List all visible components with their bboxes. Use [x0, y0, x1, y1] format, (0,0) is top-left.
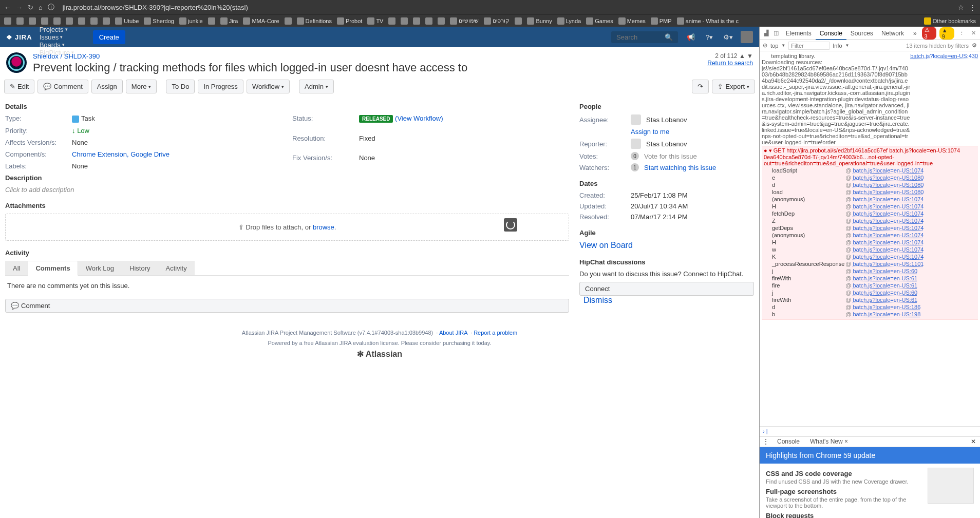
bookmark-item[interactable]: [89, 17, 99, 25]
share-button[interactable]: ↷: [692, 80, 709, 93]
devtools-tab-sources[interactable]: Sources: [846, 28, 877, 39]
browse-link[interactable]: browse: [313, 223, 334, 231]
tab-worklog[interactable]: Work Log: [78, 261, 122, 275]
hipchat-dismiss[interactable]: Dismiss: [583, 296, 612, 304]
stack-link[interactable]: batch.js?locale=en-US:1074: [853, 232, 924, 238]
add-comment-button[interactable]: 💬 Comment: [5, 299, 569, 313]
bookmark-item[interactable]: [412, 17, 421, 25]
export-button[interactable]: ⇪ Export ▾: [712, 80, 755, 93]
transition-todo[interactable]: To Do: [166, 80, 195, 93]
menu-icon[interactable]: ⋮: [969, 4, 976, 11]
assign-to-me[interactable]: Assign to me: [631, 128, 669, 136]
error-count[interactable]: ⚠ 3: [922, 27, 936, 40]
stack-link[interactable]: batch.js?locale=en-US:1074: [853, 246, 924, 253]
stack-link[interactable]: batch.js?locale=en-US:1080: [853, 182, 924, 188]
stack-link[interactable]: batch.js?locale=en-US:1080: [853, 189, 924, 195]
forward-icon[interactable]: →: [16, 4, 23, 11]
stack-link[interactable]: batch.js?locale=en-US:60: [853, 268, 917, 274]
level-selector[interactable]: Info: [833, 43, 842, 49]
bookmark-item[interactable]: Lynda: [556, 17, 582, 25]
nav-issues[interactable]: Issues ▾: [40, 33, 80, 41]
bookmark-item[interactable]: [52, 17, 62, 25]
bookmark-item[interactable]: TV: [366, 17, 384, 25]
pager-prev-icon[interactable]: ▲: [739, 52, 745, 60]
transition-inprogress[interactable]: In Progress: [198, 80, 243, 93]
settings-icon[interactable]: ⚙: [972, 42, 977, 49]
filter-input[interactable]: [788, 42, 830, 50]
devtools-menu-icon[interactable]: ⋮: [957, 30, 966, 36]
report-problem-link[interactable]: Report a problem: [474, 330, 517, 336]
return-to-search[interactable]: Return to search: [707, 60, 753, 67]
bookmark-item[interactable]: junkie: [178, 17, 204, 25]
bookmark-item[interactable]: Bunny: [526, 17, 553, 25]
stack-link[interactable]: batch.js?locale=en-US:61: [853, 282, 917, 289]
description-empty[interactable]: Click to add description: [5, 186, 569, 194]
clear-icon[interactable]: ⊘: [763, 42, 767, 49]
user-avatar[interactable]: [741, 31, 753, 43]
drawer-tab-console[interactable]: Console: [772, 436, 805, 447]
warning-count[interactable]: ▲ 9: [939, 27, 954, 40]
bookmark-item[interactable]: [207, 17, 216, 25]
stack-link[interactable]: batch.js?locale=en-US:1074: [853, 203, 924, 209]
devtools-tab-console[interactable]: Console: [816, 28, 846, 40]
bookmark-item[interactable]: קורסים: [483, 17, 511, 25]
help-icon[interactable]: ?▾: [704, 31, 715, 43]
stack-link[interactable]: batch.js?locale=en-US:1080: [853, 175, 924, 181]
bookmark-item[interactable]: Sherdog: [143, 17, 175, 25]
pager-next-icon[interactable]: ▼: [747, 52, 753, 60]
assign-button[interactable]: Assign: [91, 80, 123, 93]
star-icon[interactable]: ☆: [958, 4, 964, 11]
device-icon[interactable]: ◫: [771, 30, 780, 36]
stack-link[interactable]: batch.js?locale=en-US:60: [853, 290, 917, 296]
view-on-board[interactable]: View on Board: [579, 241, 633, 250]
devtools-more[interactable]: »: [909, 28, 921, 39]
components-link[interactable]: Chrome Extension, Google Drive: [72, 150, 169, 158]
admin-button[interactable]: Admin ▾: [299, 80, 334, 93]
url-bar[interactable]: jira.probot.ai/browse/SHLDX-390?jql=repo…: [60, 3, 953, 12]
bookmark-item[interactable]: [102, 17, 111, 25]
stack-link[interactable]: batch.js?locale=en-US:61: [853, 275, 917, 281]
about-link[interactable]: About JIRA: [439, 330, 467, 336]
bookmark-item[interactable]: [3, 17, 12, 25]
back-icon[interactable]: ←: [4, 4, 11, 11]
jira-logo[interactable]: ❖ JIRA: [6, 33, 32, 41]
stack-link[interactable]: batch.js?locale=en-US:1074: [853, 254, 924, 260]
bookmark-item[interactable]: שימושיים: [449, 17, 480, 25]
stack-link[interactable]: batch.js?locale=en-US:1074: [853, 218, 924, 224]
settings-icon[interactable]: ⚙▾: [722, 31, 733, 43]
tab-all[interactable]: All: [5, 261, 28, 275]
bookmark-item[interactable]: [437, 17, 446, 25]
bookmark-item[interactable]: anime - What is the c: [676, 17, 740, 25]
view-workflow-link[interactable]: (View Workflow): [395, 114, 443, 122]
stack-link[interactable]: batch.js?locale=en-US:1074: [853, 196, 924, 202]
nav-projects[interactable]: Projects ▾: [40, 27, 80, 33]
attachment-dropzone[interactable]: ⇪ Drop files to attach, or browse.: [5, 214, 569, 241]
bookmark-item[interactable]: [400, 17, 409, 25]
tab-activity[interactable]: Activity: [158, 261, 195, 275]
stack-link[interactable]: batch.js?locale=en-US:198: [853, 311, 920, 317]
tab-history[interactable]: History: [122, 261, 158, 275]
home-icon[interactable]: ⌂: [39, 4, 43, 11]
search-input[interactable]: 🔍: [611, 31, 678, 43]
devtools-close-icon[interactable]: ✕: [969, 30, 978, 36]
bookmark-item[interactable]: MMA-Core: [242, 17, 280, 25]
edit-button[interactable]: ✎ Edit: [4, 80, 34, 93]
bookmark-item[interactable]: [514, 17, 523, 25]
stack-link[interactable]: batch.js?locale=en-US:1101: [853, 261, 924, 267]
breadcrumb-project[interactable]: Shieldox: [33, 52, 59, 60]
stack-link[interactable]: batch.js?locale=en-US:1074: [853, 239, 924, 245]
bookmark-item[interactable]: Probot: [336, 17, 363, 25]
bookmark-item[interactable]: PMP: [650, 17, 673, 25]
bookmark-item[interactable]: Utube: [114, 17, 140, 25]
bookmark-item[interactable]: [284, 17, 293, 25]
bookmark-item[interactable]: [387, 17, 397, 25]
tab-comments[interactable]: Comments: [28, 261, 78, 276]
stack-link[interactable]: batch.js?locale=en-US:186: [853, 304, 920, 310]
context-selector[interactable]: top: [770, 43, 778, 49]
devtools-tab-elements[interactable]: Elements: [782, 28, 816, 39]
stack-link[interactable]: batch.js?locale=en-US:1074: [853, 225, 924, 231]
bookmark-item[interactable]: [40, 17, 49, 25]
other-bookmarks[interactable]: Other bookmarks: [923, 17, 977, 25]
hipchat-connect[interactable]: Connect: [579, 282, 754, 296]
watch-link[interactable]: Start watching this issue: [644, 164, 716, 171]
